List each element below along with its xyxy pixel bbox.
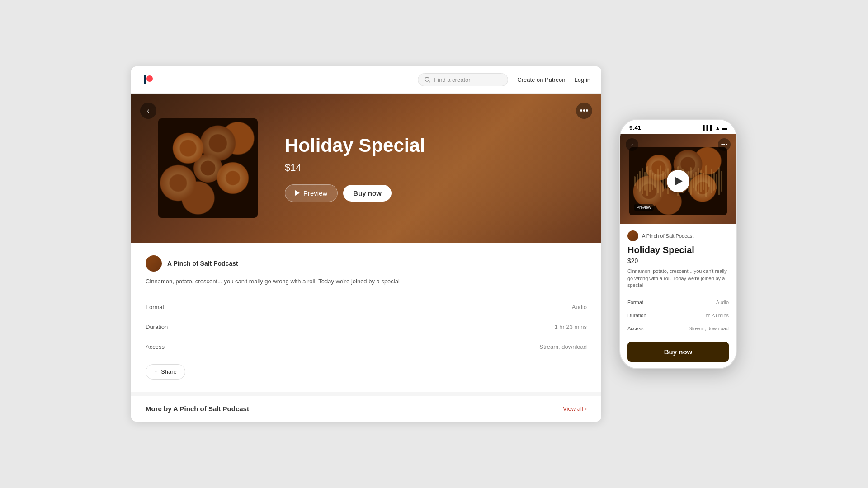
mobile-hero: ‹ ••• Preview [620, 134, 736, 224]
share-icon: ↑ [154, 368, 157, 375]
search-placeholder: Find a creator [434, 76, 470, 83]
chevron-right-icon: › [585, 405, 587, 412]
preview-button[interactable]: Preview [285, 184, 338, 202]
wifi-icon: ▲ [715, 125, 720, 131]
svg-rect-1 [144, 75, 146, 84]
preview-badge: Preview [634, 204, 654, 211]
signal-icon: ▌▌▌ [703, 125, 713, 131]
navigation: Find a creator Create on Patreon Log in [131, 66, 601, 94]
svg-line-3 [429, 81, 430, 82]
mobile-description: Cinnamon, potato, crescent... you can't … [627, 268, 729, 289]
search-bar[interactable]: Find a creator [418, 73, 508, 86]
cinnamon-rolls-image [158, 118, 258, 218]
format-label: Format [146, 304, 164, 310]
mobile-view: 9:41 ▌▌▌ ▲ ▬ ‹ ••• Preview A Pinch of Sa… [619, 119, 737, 369]
view-all-link[interactable]: View all › [563, 405, 587, 412]
back-button[interactable]: ‹ [140, 103, 156, 119]
more-header: More by A Pinch of Salt Podcast View all… [146, 405, 587, 413]
more-title: More by A Pinch of Salt Podcast [146, 405, 249, 413]
more-section: More by A Pinch of Salt Podcast View all… [131, 392, 601, 422]
hero-price: $14 [285, 162, 425, 174]
buy-button[interactable]: Buy now [343, 185, 392, 202]
mobile-buy-button[interactable]: Buy now [627, 342, 729, 362]
mobile-play-button[interactable] [667, 170, 689, 192]
battery-icon: ▬ [722, 125, 727, 131]
mobile-format-label: Format [627, 300, 643, 305]
access-value: Stream, download [539, 343, 587, 350]
mobile-format-value: Audio [716, 300, 729, 305]
mobile-time: 9:41 [629, 124, 641, 131]
mobile-price: $20 [627, 257, 729, 264]
mobile-format-row: Format Audio [627, 296, 729, 309]
mobile-access-label: Access [627, 326, 643, 331]
access-label: Access [146, 343, 165, 350]
mobile-access-row: Access Stream, download [627, 322, 729, 335]
search-icon [425, 77, 430, 83]
creator-avatar [146, 255, 162, 272]
mobile-play-icon [675, 177, 683, 185]
more-button[interactable]: ••• [576, 103, 592, 119]
meta-table: Format Audio Duration 1 hr 23 mins Acces… [146, 297, 587, 357]
mobile-duration-value: 1 hr 23 mins [701, 313, 729, 318]
duration-label: Duration [146, 324, 168, 330]
info-section: A Pinch of Salt Podcast Cinnamon, potato… [131, 243, 601, 392]
preview-label: Preview [303, 189, 327, 197]
mobile-creator-row: A Pinch of Salt Podcast [627, 230, 729, 241]
mobile-duration-label: Duration [627, 313, 646, 318]
mobile-creator-avatar [627, 230, 638, 241]
mobile-status-icons: ▌▌▌ ▲ ▬ [703, 125, 727, 131]
nav-right: Find a creator Create on Patreon Log in [418, 73, 590, 86]
create-btn[interactable]: Create on Patreon [517, 76, 565, 83]
patreon-logo[interactable] [142, 74, 155, 86]
svg-point-0 [146, 75, 153, 82]
mobile-album-art: Preview [629, 147, 727, 215]
format-row: Format Audio [146, 297, 587, 317]
creator-name: A Pinch of Salt Podcast [167, 260, 238, 267]
mobile-status-bar: 9:41 ▌▌▌ ▲ ▬ [620, 120, 736, 134]
duration-row: Duration 1 hr 23 mins [146, 317, 587, 337]
mobile-duration-row: Duration 1 hr 23 mins [627, 309, 729, 322]
mobile-title: Holiday Special [627, 245, 729, 255]
mobile-info: A Pinch of Salt Podcast Holiday Special … [620, 224, 736, 368]
share-label: Share [161, 368, 177, 375]
desktop-view: Find a creator Create on Patreon Log in … [131, 66, 601, 422]
creator-row: A Pinch of Salt Podcast [146, 255, 587, 272]
format-value: Audio [572, 304, 587, 310]
play-icon [295, 190, 300, 196]
mobile-meta-table: Format Audio Duration 1 hr 23 mins Acces… [627, 296, 729, 335]
hero-buttons: Preview Buy now [285, 184, 425, 202]
hero-title: Holiday Special [285, 135, 425, 156]
view-all-label: View all [563, 405, 583, 412]
album-art [158, 118, 258, 218]
hero-content: Holiday Special $14 Preview Buy now [285, 135, 425, 202]
description: Cinnamon, potato, crescent... you can't … [146, 277, 587, 286]
duration-value: 1 hr 23 mins [554, 324, 587, 330]
mobile-more-button[interactable]: ••• [718, 138, 731, 151]
mobile-creator-name: A Pinch of Salt Podcast [642, 233, 693, 239]
login-btn[interactable]: Log in [575, 76, 590, 83]
mobile-access-value: Stream, download [689, 326, 729, 331]
svg-point-2 [425, 77, 429, 81]
access-row: Access Stream, download [146, 337, 587, 357]
share-button[interactable]: ↑ Share [146, 364, 185, 380]
hero-section: ‹ ••• Holiday Special $14 Preview Buy no… [131, 94, 601, 243]
